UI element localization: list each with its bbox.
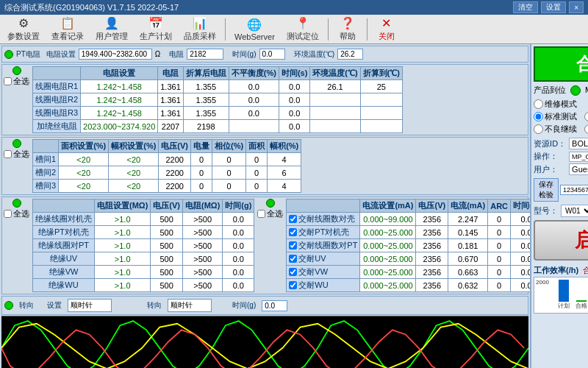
pt-section: PT电阻 电阻设置 1949.400~2382.600 Ω 电阻 2182 时间… [1, 46, 528, 63]
toolbar-quality[interactable]: 📊 品质采样 [179, 15, 220, 43]
help-icon: ❓ [340, 16, 355, 30]
area-section: 全选 面积设置(%) 幅积设置(%) 电压(V) 电量 相位(%) 面积 幅积(… [1, 137, 528, 195]
waveform-display [1, 316, 528, 368]
users-icon: 👤 [104, 16, 119, 30]
settings-button[interactable]: 设置 [541, 1, 566, 13]
save-button[interactable]: 保存检验 [534, 178, 559, 202]
auto-test-option[interactable]: 自动测试 [584, 111, 588, 122]
table-row: 槽间3 <20 <20 2200 0 0 0 4 [33, 180, 301, 193]
table-row: 交耐PT对机壳 0.000~25.000 2356 0.145 0 0.0 [287, 226, 542, 239]
table-row: 线圈电阻R3 1.242~1.458 1.361 1.355 0.0 0.0 [33, 107, 403, 120]
insul-right-table: 电流设置(mA) 电压(V) 电流(mA) ARC 时间(g) 交耐线圈数对壳 … [286, 199, 542, 292]
table-row: 交耐线圈数对PT 0.000~25.000 2356 0.181 0 0.0 [287, 239, 542, 252]
area-indicator [12, 139, 21, 148]
toolbar-close-icon: ✕ [381, 16, 391, 30]
insul-select-all[interactable]: 全选 [4, 208, 29, 219]
direction-value[interactable]: 顺时针 [68, 299, 112, 312]
title-bar: 综合测试系统(G201904063) V1.7.15 2022-05-17 清空… [0, 0, 588, 15]
model-row: 型号： W01 [534, 205, 588, 217]
resistance-section: 全选 电阻设置 电阻 折算后电阻 不平衡度(%) 时间(s) 环境温度(℃) 折… [1, 64, 528, 135]
insul-left-table: 电阻设置(MΩ) 电压(V) 电阻(MΩ) 时间(g) 绝缘线圈对机壳 >1.0… [32, 199, 254, 292]
pt-value-input[interactable]: 2182 [187, 49, 223, 60]
right-panel: 合格 产品到位 MES状态 维修模式 标准测试 自动测试 [530, 44, 588, 368]
waveform-svg [1, 316, 528, 368]
resource-id-value: BOLM-01-01 [569, 138, 588, 149]
user-value: Guest [569, 163, 588, 175]
insul-indicator [12, 199, 21, 208]
barcode-1[interactable]: 1234567 [560, 185, 588, 195]
webserver-icon: 🌐 [247, 18, 262, 32]
save-row: 保存检验 1234567 001 2205 00498 [534, 178, 588, 202]
info-grid: 资源ID： BOLM-01-01 操作： MP_O_BOLM_MOTOR 用户：… [534, 138, 588, 175]
toolbar-separator3 [367, 18, 368, 40]
model-select[interactable]: W01 [561, 205, 588, 217]
toolbar-close[interactable]: ✕ 关闭 [372, 15, 401, 43]
records-icon: 📋 [60, 16, 75, 30]
maintenance-mode-option[interactable]: 维修模式 [534, 99, 588, 110]
table-row: 交耐VW 0.000~25.000 2356 0.663 0 0.0 [287, 266, 542, 279]
table-row: 绝缘WU >1.0 500 >500 0.0 [33, 279, 254, 292]
clear-button[interactable]: 清空 [513, 1, 538, 13]
table-row: 绝缘VW >1.0 500 >500 0.0 [33, 266, 254, 279]
test-options-row: 标准测试 自动测试 [534, 111, 588, 122]
direction-time: 0.0 [262, 300, 287, 311]
toolbar-help[interactable]: ❓ 帮助 [333, 15, 362, 43]
toolbar-locate[interactable]: 📍 测试定位 [282, 15, 323, 43]
toolbar-records[interactable]: 📋 查看记录 [47, 15, 88, 43]
start-button[interactable]: 启动 [534, 220, 588, 261]
pt-range-input[interactable]: 1949.400~2382.600 [79, 49, 152, 60]
wave-yellow [1, 324, 528, 368]
app-title: 综合测试系统(G201904063) V1.7.15 2022-05-17 [4, 2, 179, 13]
efficiency-chart: 2000 计划 合格 合格 [534, 277, 588, 314]
reject-continue-option[interactable]: 不良继续 [534, 124, 577, 135]
resistance-table: 电阻设置 电阻 折算后电阻 不平衡度(%) 时间(s) 环境温度(℃) 折算到(… [32, 66, 403, 133]
table-row: 线圈电阻R1 1.242~1.458 1.361 1.355 0.0 0.0 2… [33, 80, 403, 93]
table-row: 加绕丝电阻 2023.000~2374.920 2207 2198 0.0 [33, 120, 403, 133]
table-row: 绝缘UV >1.0 500 >500 0.0 [33, 252, 254, 266]
params-icon: ⚙ [18, 16, 29, 30]
standard-test-option[interactable]: 标准测试 [534, 111, 577, 122]
reject-options-row: 不良继续 不良通知 [534, 124, 588, 135]
table-row: 绝缘PT对机壳 >1.0 500 >500 0.0 [33, 226, 254, 239]
toolbar-separator [225, 18, 226, 40]
direction-indicator [4, 301, 13, 310]
locate-icon: 📍 [295, 16, 310, 30]
product-arrival-indicator [570, 85, 581, 96]
status-row: 产品到位 MES状态 [534, 85, 588, 96]
insulation-section: 全选 电阻设置(MΩ) 电压(V) 电阻(MΩ) 时间(g) 绝缘线圈对机壳 >… [1, 197, 528, 294]
table-row: 线圈电阻R2 1.242~1.458 1.361 1.355 0.0 0.0 [33, 93, 403, 107]
toolbar: ⚙ 参数设置 📋 查看记录 👤 用户管理 📅 生产计划 📊 品质采样 🌐 Web… [0, 15, 588, 44]
test-mode-group: 维修模式 标准测试 自动测试 不良继续 不良通知 [534, 99, 588, 135]
direction-section: 转向 设置 顺时针 转向 顺时针 时间(g) 0.0 [1, 296, 528, 315]
efficiency-section: 工作效率(/h) 合格率100% 导出 2000 计划 合格 [534, 263, 588, 314]
toolbar-users[interactable]: 👤 用户管理 [91, 15, 132, 43]
res-indicator [12, 66, 21, 75]
toolbar-webserver[interactable]: 🌐 WebServer [230, 16, 279, 43]
mes-status-label: MES状态 [585, 85, 588, 96]
ac-select-all[interactable]: 全选 [257, 208, 283, 219]
direction-display: 顺时针 [168, 299, 212, 312]
toolbar-params[interactable]: ⚙ 参数设置 [3, 15, 44, 43]
table-row: 槽间2 <20 <20 2200 0 0 0 6 [33, 166, 301, 180]
toolbar-plan[interactable]: 📅 生产计划 [135, 15, 176, 43]
pt-indicator [4, 50, 13, 59]
toolbar-separator2 [328, 18, 329, 40]
title-bar-controls: 清空 设置 × [513, 1, 584, 13]
pass-indicator: 合格 [534, 46, 588, 82]
area-select-all[interactable]: 全选 [4, 149, 29, 160]
bar-plan: 计划 [558, 280, 570, 310]
close-button[interactable]: × [569, 1, 584, 13]
operation-value: MP_O_BOLM_MOTOR [569, 152, 588, 162]
table-row: 交耐UV 0.000~25.000 2356 0.670 0 0.0 [287, 252, 542, 266]
reject-notify-option[interactable]: 不良通知 [584, 124, 588, 135]
main-content: PT电阻 电阻设置 1949.400~2382.600 Ω 电阻 2182 时间… [0, 44, 588, 368]
bar-pass1: 合格 [576, 300, 587, 310]
table-row: 交耐线圈数对壳 0.000~99.000 2356 2.247 0 0.0 [287, 213, 542, 226]
table-row: 绝缘线圈对PT >1.0 500 >500 0.0 [33, 239, 254, 252]
plan-icon: 📅 [148, 16, 163, 30]
product-arrival-label: 产品到位 [534, 85, 566, 96]
pt-time-input[interactable]: 0.0 [259, 49, 285, 60]
res-select-all[interactable]: 全选 [4, 76, 29, 87]
area-table: 面积设置(%) 幅积设置(%) 电压(V) 电量 相位(%) 面积 幅积(%) … [32, 139, 301, 193]
pt-temp-input[interactable]: 26.2 [337, 49, 363, 60]
